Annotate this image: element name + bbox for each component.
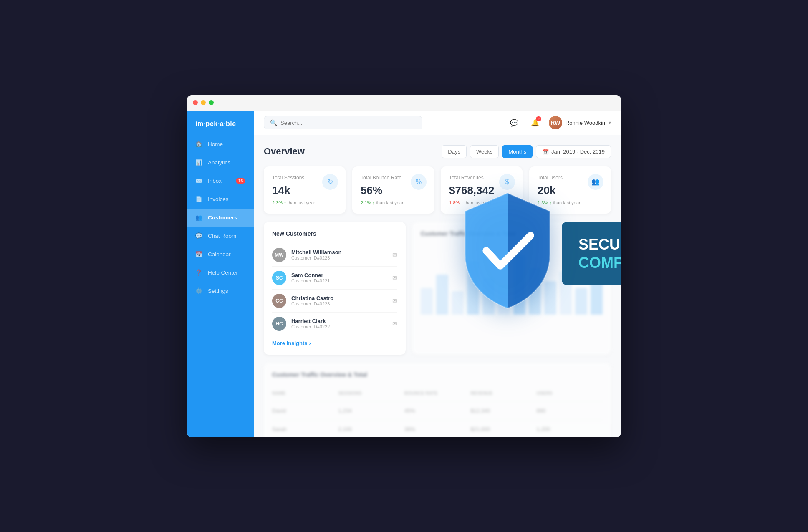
notification-btn[interactable]: 🔔 2 — [528, 116, 542, 130]
sidebar-item-label: Settings — [208, 288, 228, 294]
app-window: im·pek·a·ble 🏠 Home 📊 Analytics ✉️ Inbox… — [187, 95, 621, 437]
table-header-row: NameSessionsBounce RateRevenueUsers — [272, 385, 603, 402]
customer-name: Sam Conner — [291, 272, 387, 278]
list-item: HC Harriett Clark Customer ID#0222 ✉ — [272, 313, 397, 335]
notification-badge: 2 — [536, 116, 541, 121]
table-cell: David — [272, 406, 338, 416]
sidebar-item-label: Inbox — [208, 178, 222, 184]
customer-info: Harriett Clark Customer ID#0222 — [291, 318, 387, 329]
new-customers-card: New Customers MW Mitchell Williamson Cus… — [264, 222, 406, 355]
table-cell: $21,000 — [470, 424, 536, 434]
more-insights-link[interactable]: More Insights › — [272, 340, 397, 346]
chevron-right-icon: › — [309, 340, 311, 346]
customer-id: Customer ID#0222 — [291, 324, 387, 329]
more-insights-label: More Insights — [272, 340, 308, 346]
shield-container — [441, 187, 574, 320]
stat-card: Total Sessions 14k 2.3% ↑ than last year… — [264, 166, 346, 214]
customer-info: Sam Conner Customer ID#0221 — [291, 272, 387, 283]
table-row: Sarah2,10038%$21,0001,200 — [272, 420, 603, 437]
stat-card: Total Bounce Rate 56% 2.1% ↑ than last y… — [352, 166, 434, 214]
stat-change: 2.3% ↑ than last year — [272, 200, 337, 205]
customer-name: Mitchell Williamson — [291, 249, 387, 255]
stat-suffix: than last year — [288, 200, 315, 205]
mail-icon[interactable]: ✉ — [392, 252, 397, 258]
sidebar-item-label: Home — [208, 141, 223, 147]
user-profile[interactable]: RW Ronnie Woodkin ▾ — [549, 116, 611, 129]
stat-suffix: than last year — [376, 200, 404, 205]
table-row: David1,23445%$12,340890 — [272, 402, 603, 420]
stat-change: 2.1% ↑ than last year — [361, 200, 426, 205]
sidebar-item-inbox[interactable]: ✉️ Inbox 16 — [187, 172, 254, 190]
sidebar-item-label: Chat Room — [208, 233, 236, 239]
inbox-icon: ✉️ — [195, 177, 203, 185]
stat-icon: % — [411, 174, 427, 190]
customer-info: Mitchell Williamson Customer ID#0223 — [291, 249, 387, 260]
customer-id: Customer ID#0221 — [291, 278, 387, 283]
minimize-button[interactable] — [201, 100, 206, 105]
sidebar-item-label: Calendar — [208, 251, 231, 257]
table-cell: 890 — [537, 406, 603, 416]
table-cell: 45% — [404, 406, 470, 416]
avatar-image: RW — [549, 116, 562, 129]
analytics-icon: 📊 — [195, 159, 203, 166]
sidebar-item-label: Customers — [208, 214, 237, 221]
search-input[interactable] — [280, 120, 416, 126]
table-cell: $12,340 — [470, 406, 536, 416]
filter-weeks-btn[interactable]: Weeks — [470, 145, 499, 158]
settings-icon: ⚙️ — [195, 287, 203, 295]
filter-days-btn[interactable]: Days — [442, 145, 467, 158]
customer-name: Christina Castro — [291, 295, 387, 301]
sidebar-item-label: Invoices — [208, 196, 229, 202]
table-cell: 2,100 — [338, 424, 404, 434]
close-button[interactable] — [193, 100, 198, 105]
sidebar-item-analytics[interactable]: 📊 Analytics — [187, 154, 254, 172]
search-icon: 🔍 — [270, 119, 277, 126]
customer-name: Harriett Clark — [291, 318, 387, 324]
customer-avatar: SC — [272, 271, 286, 285]
logo: im·pek·a·ble — [187, 111, 254, 135]
sidebar-item-home[interactable]: 🏠 Home — [187, 135, 254, 154]
security-label-text: SECURITY & COMPLIANCE — [578, 235, 621, 271]
traffic-lights — [193, 100, 214, 105]
inbox-badge: 16 — [236, 178, 245, 184]
table-header-cell: Bounce Rate — [404, 389, 470, 397]
date-range-picker[interactable]: 📅 Jan. 2019 - Dec. 2019 — [536, 145, 611, 158]
customer-avatar: HC — [272, 317, 286, 331]
sidebar-item-settings[interactable]: ⚙️ Settings — [187, 282, 254, 300]
sidebar-item-calendar[interactable]: 📅 Calendar — [187, 245, 254, 264]
header: 🔍 💬 🔔 2 RW Ronnie Woodkin — [254, 111, 621, 135]
avatar: RW — [549, 116, 562, 129]
mail-icon[interactable]: ✉ — [392, 275, 397, 281]
calendar-icon: 📅 — [542, 149, 549, 155]
sidebar-item-customers[interactable]: 👥 Customers — [187, 209, 254, 227]
titlebar — [187, 95, 621, 111]
table-cell: Sarah — [272, 424, 338, 434]
sidebar-item-chat-room[interactable]: 💬 Chat Room — [187, 227, 254, 245]
chat-icon: 💬 — [195, 232, 203, 240]
date-filters: Days Weeks Months 📅 Jan. 2019 - Dec. 201… — [442, 145, 611, 158]
customer-info: Christina Castro Customer ID#0223 — [291, 295, 387, 306]
search-box[interactable]: 🔍 — [264, 116, 422, 129]
invoices-icon: 📄 — [195, 196, 203, 203]
list-item: MW Mitchell Williamson Customer ID#0223 … — [272, 244, 397, 267]
sidebar-item-invoices[interactable]: 📄 Invoices — [187, 190, 254, 209]
security-overlay: SECURITY & COMPLIANCE — [441, 187, 621, 320]
sidebar-item-help-center[interactable]: ❓ Help Center — [187, 264, 254, 282]
chat-icon-btn[interactable]: 💬 — [507, 116, 521, 130]
table-title: Customer Traffic Overview & Total — [272, 371, 603, 378]
customer-avatar: MW — [272, 248, 286, 262]
table-header-cell: Users — [537, 389, 603, 397]
fullscreen-button[interactable] — [209, 100, 214, 105]
chevron-down-icon: ▾ — [609, 120, 611, 126]
user-name: Ronnie Woodkin — [566, 120, 605, 126]
mail-icon[interactable]: ✉ — [392, 320, 397, 327]
customer-id: Customer ID#0223 — [291, 301, 387, 306]
customer-id: Customer ID#0223 — [291, 255, 387, 260]
table-cell: 38% — [404, 424, 470, 434]
page-title: Overview — [264, 146, 305, 157]
filter-months-btn[interactable]: Months — [502, 145, 533, 158]
customers-icon: 👥 — [195, 214, 203, 222]
header-actions: 💬 🔔 2 RW Ronnie Woodkin ▾ — [507, 116, 611, 130]
mail-icon[interactable]: ✉ — [392, 298, 397, 304]
overview-header: Overview Days Weeks Months 📅 Jan. 2019 -… — [264, 145, 611, 158]
